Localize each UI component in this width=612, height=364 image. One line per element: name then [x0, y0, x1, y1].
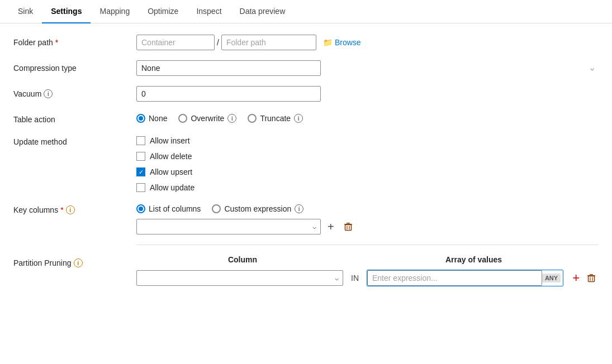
expression-input[interactable] — [367, 270, 542, 286]
compression-type-label: Compression type — [13, 60, 136, 73]
custom-expr-info-icon: i — [295, 204, 303, 213]
column-header: Column — [136, 255, 349, 264]
radio-custom-circle — [212, 204, 221, 213]
add-partition-button[interactable]: + — [570, 270, 582, 286]
partition-info-icon: i — [74, 258, 83, 267]
svg-rect-6 — [590, 274, 593, 275]
allow-delete-box — [136, 152, 145, 161]
folder-icon: 📁 — [323, 38, 333, 47]
table-action-row: Table action None Overwrite i Truncate i — [13, 112, 599, 124]
array-of-values-header: Array of values — [349, 255, 599, 264]
tab-inspect[interactable]: Inspect — [187, 0, 230, 23]
section-divider — [136, 245, 599, 245]
update-method-row: Update method Allow insert Allow delete … — [13, 134, 599, 192]
tab-bar: Sink Settings Mapping Optimize Inspect D… — [0, 0, 612, 23]
trash-icon — [343, 222, 353, 232]
partition-trash-icon — [586, 273, 596, 283]
delete-partition-button[interactable] — [584, 272, 599, 284]
svg-rect-7 — [589, 276, 595, 282]
settings-content: Folder path * / 📁 Browse Compression typ… — [0, 23, 612, 308]
required-marker: * — [55, 38, 58, 47]
key-col-custom[interactable]: Custom expression i — [212, 204, 303, 213]
allow-upsert-checkbox[interactable]: Allow upsert — [136, 167, 599, 176]
partition-pruning-label: Partition Pruning i — [13, 255, 136, 267]
radio-overwrite-circle — [178, 114, 187, 123]
allow-upsert-box — [136, 167, 145, 176]
allow-update-box — [136, 183, 145, 192]
table-action-overwrite[interactable]: Overwrite i — [178, 114, 236, 123]
chevron-down-icon: ⌵ — [590, 64, 594, 72]
allow-insert-box — [136, 136, 145, 145]
key-columns-label: Key columns * i — [13, 202, 136, 214]
vacuum-label: Vacuum i — [13, 86, 136, 98]
delete-key-column-button[interactable] — [341, 221, 355, 233]
any-badge: ANY — [542, 274, 561, 282]
radio-list-circle — [136, 204, 145, 213]
tab-optimize[interactable]: Optimize — [139, 0, 187, 23]
browse-button[interactable]: 📁 Browse — [319, 36, 366, 49]
table-action-none[interactable]: None — [136, 114, 167, 123]
key-col-list[interactable]: List of columns — [136, 204, 201, 213]
key-columns-info-icon: i — [66, 205, 75, 214]
folder-path-row: Folder path * / 📁 Browse — [13, 35, 599, 50]
update-method-label: Update method — [13, 134, 136, 146]
svg-rect-2 — [345, 225, 351, 231]
partition-pruning-row: Partition Pruning i Column Array of valu… — [13, 255, 599, 286]
overwrite-info-icon: i — [227, 114, 236, 123]
radio-none-circle — [136, 114, 145, 123]
expression-input-wrapper: ANY — [367, 270, 563, 286]
vacuum-info-icon: i — [44, 89, 53, 98]
table-action-label: Table action — [13, 112, 136, 124]
key-columns-select[interactable] — [136, 219, 321, 234]
allow-insert-checkbox[interactable]: Allow insert — [136, 136, 599, 145]
vacuum-input[interactable] — [136, 86, 321, 102]
container-input[interactable] — [136, 35, 215, 50]
key-columns-row: Key columns * i List of columns Custom e… — [13, 202, 599, 234]
truncate-info-icon: i — [294, 114, 303, 123]
table-action-radio-group: None Overwrite i Truncate i — [136, 112, 599, 123]
allow-update-checkbox[interactable]: Allow update — [136, 183, 599, 192]
in-label: IN — [348, 274, 362, 282]
radio-truncate-circle — [248, 114, 257, 123]
tab-sink[interactable]: Sink — [9, 0, 42, 23]
update-method-checkbox-group: Allow insert Allow delete Allow upsert A… — [136, 134, 599, 192]
tab-mapping[interactable]: Mapping — [91, 0, 139, 23]
table-action-truncate[interactable]: Truncate i — [248, 114, 303, 123]
tab-data-preview[interactable]: Data preview — [231, 0, 295, 23]
compression-type-row: Compression type None Gzip Bzip2 Deflate… — [13, 60, 599, 76]
tab-settings[interactable]: Settings — [42, 0, 91, 23]
folder-path-input[interactable] — [221, 35, 316, 50]
add-key-column-button[interactable]: + — [325, 219, 336, 234]
vacuum-row: Vacuum i — [13, 86, 599, 102]
compression-type-select[interactable]: None Gzip Bzip2 Deflate ZipDeflate Snapp… — [136, 60, 321, 76]
key-columns-radio-group: List of columns Custom expression i — [136, 202, 599, 213]
folder-path-label: Folder path * — [13, 35, 136, 47]
partition-column-select[interactable] — [136, 270, 343, 286]
svg-rect-1 — [347, 223, 350, 224]
allow-delete-checkbox[interactable]: Allow delete — [136, 152, 599, 161]
key-columns-required: * — [60, 205, 63, 214]
